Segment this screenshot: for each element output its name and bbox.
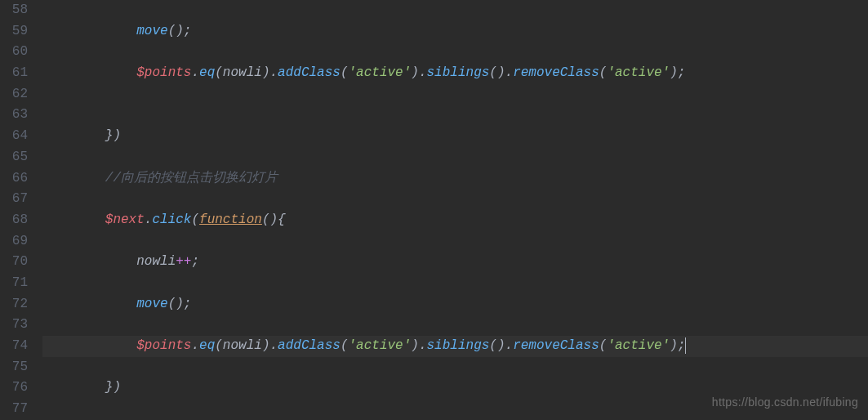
token-punc: ( [599,65,608,80]
code-line[interactable]: }) [42,126,868,147]
token-str: 'active' [349,65,412,80]
token-punc: (). [489,65,513,80]
code-line[interactable] [42,231,868,252]
token-punc: (); [168,297,192,311]
line-number: 62 [0,84,28,105]
line-number: 74 [0,336,28,357]
token-punc: ( [215,65,223,80]
line-number: 69 [0,231,28,252]
token-call: addClass [278,65,341,80]
watermark-text: https://blog.csdn.net/ifubing [712,392,858,413]
line-number: 76 [0,378,28,399]
code-line[interactable] [42,147,868,168]
code-line[interactable]: move(); [42,294,868,315]
code-line[interactable]: //向后的按钮点击切换幻灯片 [42,168,868,190]
token-punc: ). [411,338,426,353]
token-punc: ); [670,338,685,353]
line-number: 68 [0,210,28,231]
code-line[interactable] [42,42,868,63]
token-str: 'active' [349,338,412,353]
code-line[interactable] [42,84,868,105]
token-call: eq [199,338,215,353]
token-var: $points [136,65,191,80]
token-punc: (){ [262,212,286,227]
code-line[interactable]: move(); [42,21,868,42]
line-number: 67 [0,189,28,210]
token-call: siblings [427,65,490,80]
token-punc: ; [191,254,199,269]
token-punc: . [191,338,199,353]
code-line[interactable]: $points.eq(nowli).addClass('active').sib… [42,336,868,357]
code-line[interactable]: nowli++; [42,252,868,273]
token-punc: . [191,65,199,80]
token-op: ++ [176,254,191,269]
token-punc: ( [191,212,199,227]
token-punc: }) [105,380,121,395]
token-punc: (); [168,24,192,38]
line-number: 59 [0,21,28,42]
token-punc: ( [341,338,349,353]
token-var: $points [136,338,191,353]
token-ident: nowli [223,338,262,353]
token-punc: ). [262,65,278,80]
token-punc: }) [105,128,121,143]
code-line[interactable] [42,189,868,210]
line-number: 77 [0,399,28,420]
token-call: eq [199,65,215,80]
line-number: 64 [0,126,28,147]
line-number: 60 [0,42,28,63]
code-line[interactable] [42,273,868,294]
line-number: 58 [0,0,28,21]
token-call: addClass [278,338,341,353]
token-ident: nowli [223,65,262,80]
code-line[interactable] [42,357,868,378]
code-line[interactable]: $points.eq(nowli).addClass('active').sib… [42,63,868,84]
token-call: removeClass [513,338,599,353]
token-punc: ); [670,65,685,80]
token-param: function [199,212,262,227]
line-number: 65 [0,147,28,168]
code-line[interactable]: $next.click(function(){ [42,210,868,231]
token-str: 'active' [607,338,670,353]
token-cmt: //向后的按钮点击切换幻灯片 [105,171,278,185]
token-call: click [152,212,191,227]
line-number: 75 [0,357,28,378]
line-number: 70 [0,252,28,273]
code-line[interactable] [42,315,868,336]
line-number: 66 [0,168,28,190]
token-punc: ( [341,65,349,80]
token-call: move [136,24,167,38]
code-line[interactable] [42,105,868,126]
token-punc: ( [215,338,223,353]
token-ident: nowli [136,254,176,269]
line-number: 71 [0,273,28,294]
token-punc: . [145,212,153,227]
line-number-gutter: 5859606162636465666768697071727374757677 [0,0,36,420]
code-editor[interactable]: 5859606162636465666768697071727374757677… [0,0,868,420]
token-var: $next [105,212,145,227]
token-call: siblings [427,338,490,353]
code-area[interactable]: move(); $points.eq(nowli).addClass('acti… [36,0,868,420]
token-punc: ). [411,65,426,80]
token-punc: ( [599,338,608,353]
token-str: 'active' [607,65,670,80]
token-call: removeClass [513,65,599,80]
code-line[interactable] [42,0,868,21]
token-call: move [136,297,167,311]
line-number: 72 [0,294,28,315]
token-punc: ). [262,338,278,353]
line-number: 63 [0,105,28,126]
line-number: 61 [0,63,28,84]
line-number: 73 [0,315,28,336]
token-punc: (). [489,338,513,353]
